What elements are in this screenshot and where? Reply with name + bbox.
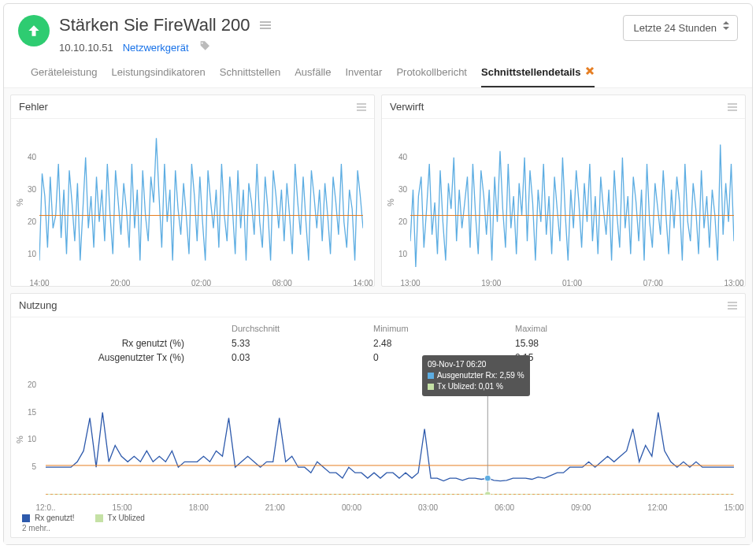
tab-leistungsindikatoren[interactable]: Leistungsindikatoren [112, 66, 206, 87]
header: Stärken Sie FireWall 200 10.10.10.51 Net… [4, 4, 752, 55]
tab-inventar[interactable]: Inventar [345, 66, 382, 87]
stat-value: 5.33 [232, 336, 326, 351]
tab-ausfaelle[interactable]: Ausfälle [295, 66, 331, 87]
tab-schnittstellendetails[interactable]: Schnittstellendetails [481, 66, 595, 87]
tab-geraeteleistung[interactable]: Geräteleistung [31, 66, 98, 87]
stat-value: 0 [373, 351, 468, 365]
panel-title: Fehler [19, 101, 48, 113]
tab-protokollbericht[interactable]: Protokollbericht [396, 66, 467, 87]
app-frame: Stärken Sie FireWall 200 10.10.10.51 Net… [3, 3, 753, 545]
device-title: Stärken Sie FireWall 200 [59, 15, 250, 35]
y-axis-label: % [386, 198, 395, 206]
svg-point-5 [484, 475, 491, 481]
content: Fehler % 1020304014:0020:0002:0008:0014:… [4, 88, 752, 544]
legend-label: Rx genutzt! [35, 514, 75, 522]
panel-discards: Verwirft % 1020304013:0019:0001:0007:001… [381, 95, 746, 287]
stat-header: Maximal [515, 324, 610, 333]
usage-stats-table: Rx genutzt (%) Ausgenutzter Tx (%) Durch… [11, 317, 745, 368]
stat-row-label: Ausgenutzter Tx (%) [58, 351, 184, 365]
device-ip: 10.10.10.51 [59, 42, 113, 54]
panel-title: Verwirft [390, 101, 424, 113]
chart-discards[interactable]: % 1020304013:0019:0001:0007:0013:00 [382, 119, 745, 286]
device-actions-menu-icon[interactable] [260, 21, 271, 29]
chart-errors[interactable]: % 1020304014:0020:0002:0008:0014:00 [11, 119, 374, 286]
stat-value: 0.15 [515, 351, 610, 365]
stat-value: 15.98 [515, 336, 610, 351]
svg-point-6 [484, 492, 491, 495]
stat-header: Durchschnitt [232, 324, 326, 333]
stat-value: 0.03 [232, 351, 326, 365]
legend-label: Tx Ublized [108, 514, 145, 522]
title-block: Stärken Sie FireWall 200 10.10.10.51 Net… [59, 15, 623, 55]
device-status-up-icon [18, 15, 50, 46]
panel-menu-icon[interactable] [728, 103, 737, 111]
tabs: Geräteleistung Leistungsindikatoren Schn… [4, 55, 752, 88]
legend-swatch [22, 514, 30, 522]
tab-label: Schnittstellendetails [481, 66, 580, 78]
chart-usage[interactable]: % 09-Nov-17 06:20 Ausgenutzter Rx: 2,59 … [11, 368, 745, 510]
legend-swatch [95, 514, 103, 522]
chart-legend: Rx genutzt! Tx Ublized 2 mehr.. [11, 510, 745, 537]
time-range-select[interactable]: Letzte 24 Stunden [623, 15, 738, 41]
panel-menu-icon[interactable] [728, 302, 737, 310]
stat-row-label: Rx genutzt (%) [58, 336, 184, 351]
stat-header: Minimum [373, 324, 468, 333]
time-range-label: Letzte 24 Stunden [633, 22, 717, 34]
panel-usage: Nutzung Rx genutzt (%) Ausgenutzter Tx (… [10, 293, 746, 538]
close-tab-icon[interactable] [585, 66, 595, 78]
panel-menu-icon[interactable] [357, 103, 366, 111]
legend-more-link[interactable]: 2 mehr.. [22, 524, 734, 532]
tag-icon[interactable] [198, 40, 211, 55]
tab-schnittstellen[interactable]: Schnittstellen [220, 66, 280, 87]
y-axis-label: % [15, 198, 24, 206]
device-type-link[interactable]: Netzwerkgerät [123, 42, 189, 54]
panel-title: Nutzung [19, 299, 57, 311]
stat-value: 2.48 [373, 336, 468, 351]
panel-errors: Fehler % 1020304014:0020:0002:0008:0014:… [10, 95, 375, 287]
